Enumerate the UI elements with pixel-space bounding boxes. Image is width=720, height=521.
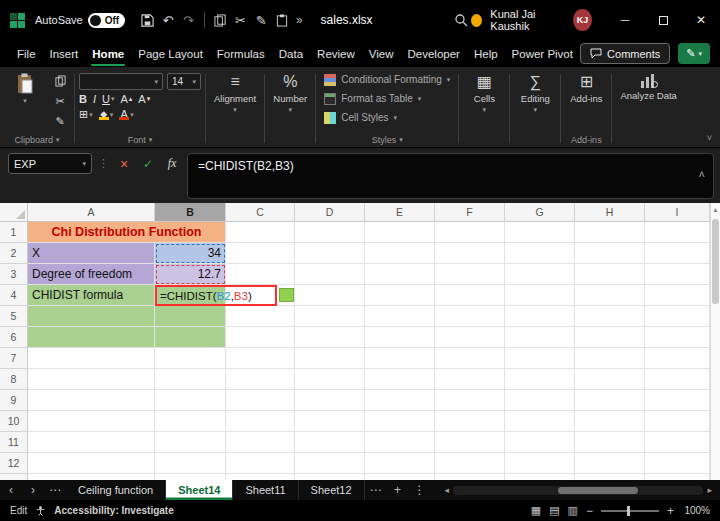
cell[interactable] xyxy=(295,264,365,285)
cell-a2[interactable]: X xyxy=(28,243,155,264)
cell[interactable] xyxy=(365,222,435,243)
cell[interactable] xyxy=(645,327,710,348)
zoom-out-button[interactable]: − xyxy=(586,504,593,518)
paste-caret-icon[interactable]: ▾ xyxy=(23,97,27,105)
cell[interactable] xyxy=(28,348,155,369)
font-size-combo[interactable]: 14▾ xyxy=(167,73,201,90)
cell[interactable] xyxy=(28,432,155,453)
cell[interactable] xyxy=(28,453,155,474)
vertical-scrollbar[interactable]: ▲ xyxy=(710,203,720,480)
cell[interactable] xyxy=(575,411,645,432)
menu-view[interactable]: View xyxy=(362,40,401,67)
row-header-8[interactable]: 8 xyxy=(0,369,28,390)
cell[interactable] xyxy=(28,474,155,480)
cell-b2[interactable]: 34 xyxy=(155,243,226,264)
more-sheets-icon[interactable]: ⋯ xyxy=(365,480,387,500)
cell[interactable] xyxy=(226,264,295,285)
enter-button[interactable]: ✓ xyxy=(139,153,157,174)
cell-styles-button[interactable]: Cell Styles▾ xyxy=(320,108,401,127)
tab-options-icon[interactable]: ⋮ xyxy=(409,480,431,500)
font-name-combo[interactable]: ▾ xyxy=(79,73,163,90)
cell[interactable] xyxy=(575,243,645,264)
new-sheet-button[interactable]: + xyxy=(387,480,409,500)
cell[interactable] xyxy=(365,243,435,264)
row-header-2[interactable]: 2 xyxy=(0,243,28,264)
cell[interactable] xyxy=(226,243,295,264)
cell[interactable] xyxy=(435,432,505,453)
page-layout-view-button[interactable]: ▤ xyxy=(549,504,559,517)
cell[interactable] xyxy=(365,411,435,432)
scroll-left-icon[interactable]: ◂ xyxy=(441,485,454,495)
sheet-nav-more-icon[interactable]: ⋯ xyxy=(44,480,66,500)
cell[interactable] xyxy=(295,327,365,348)
cell[interactable] xyxy=(435,474,505,480)
cell[interactable] xyxy=(295,411,365,432)
styles-group-label[interactable]: Styles▾ xyxy=(320,132,454,147)
cell[interactable] xyxy=(435,222,505,243)
formula-input[interactable]: =CHIDIST(B2,B3) ˄ xyxy=(187,153,714,199)
cell[interactable] xyxy=(575,285,645,306)
cells-button[interactable]: ▦ Cells ▾ xyxy=(463,70,505,117)
vertical-scrollbar-thumb[interactable] xyxy=(712,219,719,304)
zoom-slider-thumb[interactable] xyxy=(627,506,630,516)
cell[interactable] xyxy=(645,222,710,243)
bold-button[interactable]: B xyxy=(79,93,87,105)
cell[interactable] xyxy=(365,474,435,480)
cell[interactable] xyxy=(365,306,435,327)
cell[interactable] xyxy=(226,306,295,327)
menu-data[interactable]: Data xyxy=(272,40,310,67)
zoom-slider[interactable] xyxy=(601,510,659,512)
zoom-level[interactable]: 100% xyxy=(682,505,710,516)
cell[interactable] xyxy=(575,348,645,369)
cell[interactable] xyxy=(28,390,155,411)
cell[interactable] xyxy=(435,411,505,432)
decrease-font-icon[interactable]: A▾ xyxy=(138,93,150,105)
col-header-b[interactable]: B xyxy=(155,203,226,222)
cell[interactable] xyxy=(575,327,645,348)
autosave-toggle[interactable]: AutoSave Off xyxy=(35,13,125,28)
menu-developer[interactable]: Developer xyxy=(401,40,467,67)
row-header-9[interactable]: 9 xyxy=(0,390,28,411)
italic-button[interactable]: I xyxy=(93,93,96,105)
sheet-tab-sheet12[interactable]: Sheet12 xyxy=(299,480,365,500)
cell[interactable] xyxy=(226,453,295,474)
cell[interactable] xyxy=(645,285,710,306)
cut-button[interactable]: ✂ xyxy=(230,8,251,32)
cell[interactable] xyxy=(295,369,365,390)
cell[interactable] xyxy=(155,390,226,411)
cell[interactable] xyxy=(155,348,226,369)
cell[interactable] xyxy=(645,432,710,453)
cell[interactable] xyxy=(295,474,365,480)
format-painter-icon[interactable]: ✎ xyxy=(50,112,70,130)
cell[interactable] xyxy=(575,390,645,411)
cell[interactable] xyxy=(645,264,710,285)
name-box-caret-icon[interactable]: ▾ xyxy=(82,160,86,168)
sheet-tab-sheet14[interactable]: Sheet14 xyxy=(166,480,233,500)
page-break-view-button[interactable]: ▥ xyxy=(568,504,578,517)
cell[interactable] xyxy=(155,432,226,453)
cell[interactable] xyxy=(295,453,365,474)
normal-view-button[interactable]: ▦ xyxy=(531,504,541,517)
borders-icon[interactable]: ⊞▾ xyxy=(79,108,93,121)
horizontal-scrollbar-track[interactable] xyxy=(453,486,703,495)
formula-bar-splitter[interactable]: ⋮ xyxy=(98,153,109,174)
col-header-c[interactable]: C xyxy=(226,203,295,222)
cell[interactable] xyxy=(505,327,575,348)
row-header-11[interactable]: 11 xyxy=(0,432,28,453)
col-header-g[interactable]: G xyxy=(505,203,575,222)
col-header-d[interactable]: D xyxy=(295,203,365,222)
alignment-button[interactable]: ≡ Alignment ▾ xyxy=(210,70,260,117)
cell[interactable] xyxy=(435,348,505,369)
cell[interactable] xyxy=(295,348,365,369)
cell[interactable] xyxy=(155,453,226,474)
cell[interactable] xyxy=(645,348,710,369)
menu-power-pivot[interactable]: Power Pivot xyxy=(505,40,580,67)
cell[interactable] xyxy=(365,432,435,453)
share-button[interactable]: ✎ ▾ xyxy=(678,43,710,64)
menu-insert[interactable]: Insert xyxy=(43,40,86,67)
cell[interactable] xyxy=(645,243,710,264)
cell[interactable] xyxy=(645,390,710,411)
analyze-data-button[interactable]: Analyze Data xyxy=(616,70,681,104)
cell[interactable] xyxy=(575,432,645,453)
formula-bar-collapse-icon[interactable]: ˄ xyxy=(699,168,705,180)
